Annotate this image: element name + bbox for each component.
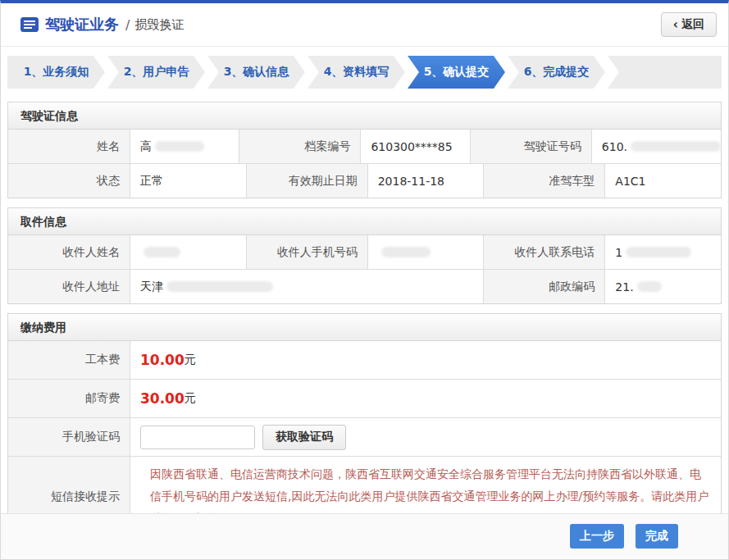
recipient-mobile-value [367, 235, 484, 269]
fees-section: 缴纳费用 工本费 10.00元 邮寄费 30.00元 手机验证码 获取验证码 短… [7, 313, 722, 537]
redaction [626, 247, 691, 257]
postage-fee-value: 30.00元 [130, 380, 721, 417]
redaction [381, 247, 431, 257]
redaction [144, 247, 180, 257]
step-tab-2[interactable]: 2、用户申告 [107, 56, 205, 89]
recipient-phone-value: 1 [604, 235, 721, 269]
production-fee-unit: 元 [185, 353, 196, 367]
redaction [631, 141, 721, 152]
header: 驾驶证业务 / 损毁换证 ‹ 返回 [1, 3, 728, 47]
sms-code-input[interactable] [140, 426, 255, 449]
status-label: 状态 [8, 164, 130, 198]
vehicle-class-value: A1C1 [604, 164, 721, 198]
get-code-button[interactable]: 获取验证码 [262, 425, 346, 450]
license-info-section: 驾驶证信息 姓名 高 档案编号 610300****85 驾驶证号码 610. … [7, 102, 722, 198]
fees-title: 缴纳费用 [8, 314, 721, 341]
name-label: 姓名 [8, 130, 130, 163]
step-tab-4[interactable]: 4、资料填写 [308, 56, 405, 89]
step-tab-6[interactable]: 6、完成提交 [508, 56, 605, 89]
license-no-label: 驾驶证号码 [470, 130, 591, 163]
back-button[interactable]: ‹ 返回 [661, 12, 717, 37]
step-tab-4-label: 4、资料填写 [324, 65, 390, 80]
file-no-value: 610300****85 [360, 130, 469, 163]
recipient-mobile-label: 收件人手机号码 [246, 235, 367, 269]
redaction [166, 281, 273, 292]
recipient-name-label: 收件人姓名 [8, 235, 130, 269]
postage-fee-unit: 元 [185, 391, 196, 406]
expiry-label: 有效期止日期 [246, 164, 367, 198]
postage-fee-amount: 30.00 [140, 390, 185, 407]
page: 驾驶证业务 / 损毁换证 ‹ 返回 1、业务须知 2、用户申告 3、确认信息 4… [0, 0, 729, 560]
redaction [155, 141, 204, 152]
step-tab-2-label: 2、用户申告 [124, 65, 189, 80]
recipient-address-label: 收件人地址 [8, 270, 130, 303]
license-card-icon [21, 17, 39, 32]
step-tab-3-label: 3、确认信息 [224, 65, 289, 80]
pickup-info-title: 取件信息 [8, 208, 721, 235]
step-tabs: 1、业务须知 2、用户申告 3、确认信息 4、资料填写 5、确认提交 6、完成提… [7, 56, 722, 89]
vehicle-class-label: 准驾车型 [483, 164, 604, 198]
redaction [637, 281, 662, 292]
breadcrumb: 驾驶证业务 / 损毁换证 [21, 15, 184, 34]
pickup-info-section: 取件信息 收件人姓名 收件人手机号码 收件人联系电话 1 收件人地址 天津 邮政… [7, 207, 722, 304]
sms-code-cell: 获取验证码 [130, 418, 721, 456]
license-info-title: 驾驶证信息 [8, 102, 721, 130]
step-tabs-filler [608, 56, 722, 89]
breadcrumb-separator: / [125, 17, 130, 33]
previous-step-button[interactable]: 上一步 [570, 524, 624, 549]
finish-button[interactable]: 完成 [636, 524, 678, 549]
expiry-value: 2018-11-18 [367, 164, 484, 198]
page-title: 驾驶证业务 [45, 15, 119, 34]
step-tab-5-active[interactable]: 5、确认提交 [408, 56, 505, 89]
production-fee-amount: 10.00 [140, 352, 185, 368]
license-no-value: 610. [591, 130, 721, 163]
recipient-name-value [130, 235, 246, 269]
breadcrumb-current: 损毁换证 [134, 17, 184, 33]
step-tab-5-label: 5、确认提交 [424, 65, 490, 80]
chevron-left-icon: ‹ [673, 17, 678, 32]
sms-code-label: 手机验证码 [8, 418, 130, 456]
status-value: 正常 [130, 164, 246, 198]
back-button-label: 返回 [681, 17, 704, 32]
recipient-address-value: 天津 [130, 270, 483, 303]
footer-action-bar: 上一步 完成 [1, 513, 728, 559]
step-tab-1-label: 1、业务须知 [24, 65, 89, 80]
step-tab-6-label: 6、完成提交 [524, 65, 590, 80]
step-tab-1[interactable]: 1、业务须知 [7, 56, 105, 89]
recipient-phone-label: 收件人联系电话 [483, 235, 604, 269]
postal-code-value: 21. [604, 270, 721, 303]
name-value: 高 [130, 130, 239, 163]
file-no-label: 档案编号 [239, 130, 360, 163]
postal-code-label: 邮政编码 [483, 270, 604, 303]
production-fee-value: 10.00元 [130, 341, 721, 379]
step-tab-3[interactable]: 3、确认信息 [207, 56, 305, 89]
postage-fee-label: 邮寄费 [8, 380, 130, 417]
production-fee-label: 工本费 [8, 341, 130, 379]
